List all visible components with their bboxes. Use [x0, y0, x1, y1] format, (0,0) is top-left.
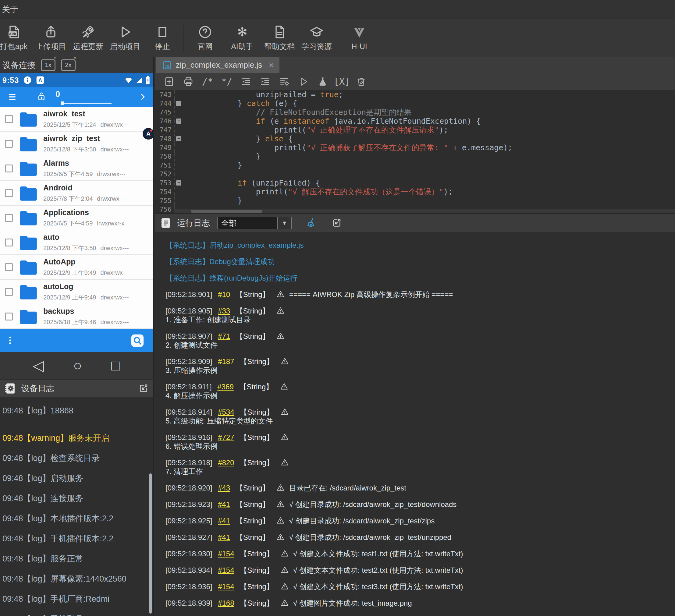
- log-line-ref[interactable]: #727: [218, 433, 234, 442]
- toolbar-label: 打包apk: [0, 42, 27, 52]
- fold-marker[interactable]: −: [176, 136, 181, 141]
- fold-column: [174, 108, 182, 117]
- log-filter-select[interactable]: 全部 ▼: [217, 217, 292, 229]
- home-button[interactable]: ○: [73, 358, 82, 373]
- file-row[interactable]: Alarms 2025/6/5 下午4:59drwxrwx---: [0, 156, 153, 181]
- slider-track[interactable]: [63, 103, 111, 104]
- test-flask-icon[interactable]: [317, 76, 328, 87]
- log-line-ref[interactable]: #41: [218, 500, 230, 509]
- search-icon[interactable]: [131, 334, 144, 347]
- folder-icon: [19, 161, 38, 176]
- editor-h-scrollbar[interactable]: [174, 209, 675, 213]
- line-number: 744: [155, 99, 174, 108]
- file-row[interactable]: backups 2025/6/18 上午9:46drwxrwx---: [0, 304, 153, 329]
- hamburger-menu-icon[interactable]: [7, 92, 18, 102]
- indent-icon[interactable]: [259, 76, 271, 87]
- toolbar-button-rocket[interactable]: 远程更新: [70, 25, 107, 52]
- log-line-ref[interactable]: #154: [218, 550, 234, 558]
- log-line-ref[interactable]: #33: [218, 307, 230, 315]
- clear-log-icon[interactable]: [306, 217, 317, 229]
- file-row[interactable]: Android 2025/7/8 下午2:04drwxrwx---: [0, 181, 153, 206]
- toolbar-button-hui-logo[interactable]: H-UI: [341, 25, 378, 51]
- device-log-list: 09:48【log】18868 09:48【warning】服务未开启 09:4…: [0, 397, 153, 616]
- file-checkbox[interactable]: [5, 140, 13, 148]
- file-row[interactable]: AutoApp 2025/12/9 上午9:49drwxrwx---: [0, 255, 153, 280]
- log-line-ref[interactable]: #41: [218, 533, 230, 541]
- more-options-icon[interactable]: [8, 336, 12, 346]
- chevron-right-icon[interactable]: [138, 92, 147, 102]
- toolbar-button-help-doc[interactable]: 帮助文档: [261, 25, 298, 52]
- file-row[interactable]: Applications 2025/6/5 下午4:59lrwxrwxr-x: [0, 206, 153, 230]
- file-row[interactable]: aiwrok_zip_test 2025/12/8 下午3:50drwxrwx-…: [0, 132, 153, 156]
- log-line-ref[interactable]: #71: [218, 332, 230, 340]
- comment-end-icon[interactable]: */: [221, 76, 232, 87]
- file-checkbox[interactable]: [5, 288, 13, 296]
- toolbar-button-graduation-cap[interactable]: 学习资源: [298, 25, 335, 52]
- file-row[interactable]: auto 2025/12/8 下午3:50drwxrwx---: [0, 230, 153, 255]
- outdent-icon[interactable]: [240, 76, 251, 87]
- variables-icon[interactable]: [X]: [336, 76, 348, 87]
- fold-marker[interactable]: −: [176, 180, 181, 185]
- log-line-ref[interactable]: #187: [218, 357, 234, 366]
- tab-close-icon[interactable]: ×: [269, 60, 274, 70]
- tab-zip-complex-example[interactable]: JS zip_complex_example.js ×: [156, 57, 280, 73]
- log-line-ref[interactable]: #168: [218, 599, 234, 607]
- toolbar-button-question-circle[interactable]: 官网: [186, 25, 224, 52]
- file-checkbox[interactable]: [5, 164, 13, 172]
- scale-1x-button[interactable]: 1x: [41, 59, 56, 71]
- line-number: 745: [155, 108, 174, 117]
- slider-handle[interactable]: [61, 101, 64, 105]
- code-editor[interactable]: 743 unzipFailed = true; 744 − } catch (e…: [155, 90, 675, 213]
- file-checkbox[interactable]: [5, 263, 13, 271]
- toolbar-button-apk-file[interactable]: APK 打包apk: [0, 25, 32, 52]
- new-file-icon[interactable]: [164, 76, 175, 87]
- format-code-icon[interactable]: [279, 76, 290, 87]
- selection-count: 0: [56, 90, 60, 99]
- file-checkbox[interactable]: [5, 313, 13, 320]
- comment-start-icon[interactable]: /*: [202, 76, 213, 87]
- floating-assistant-ball[interactable]: A: [143, 128, 154, 140]
- run-script-icon[interactable]: [298, 76, 309, 87]
- log-timestamp: [09:52:18.925]: [165, 517, 212, 525]
- file-checkbox[interactable]: [5, 214, 13, 222]
- export-run-log-icon[interactable]: [331, 218, 342, 228]
- chevron-down-icon[interactable]: ▼: [277, 217, 291, 229]
- export-log-icon[interactable]: [138, 383, 149, 394]
- editor-h-scrollbar-thumb[interactable]: [191, 210, 262, 213]
- log-line-ref[interactable]: #41: [218, 517, 230, 525]
- log-line-ref[interactable]: #154: [218, 566, 234, 574]
- toolbar-button-openai[interactable]: ✻ AI助手: [224, 25, 261, 52]
- menu-item-about[interactable]: 关于: [2, 4, 18, 15]
- scale-2x-button[interactable]: 2x: [61, 59, 76, 71]
- log-timestamp: [09:52:18.918]: [165, 459, 212, 467]
- log-line-ref[interactable]: #369: [217, 383, 233, 391]
- file-checkbox[interactable]: [5, 115, 13, 123]
- file-checkbox[interactable]: [5, 189, 13, 197]
- log-timestamp: [09:52:18.911]: [165, 383, 212, 391]
- lock-open-icon[interactable]: [36, 91, 46, 102]
- log-type-tag: 【String】: [236, 533, 270, 541]
- log-message-line2: 2. 创建测试文件: [165, 340, 675, 350]
- log-line-ref[interactable]: #154: [218, 583, 234, 591]
- log-line-ref[interactable]: #820: [218, 459, 234, 467]
- warning-triangle-icon: [277, 483, 285, 492]
- file-row[interactable]: aiwrok_test 2025/12/5 下午1:24drwxrwx---: [0, 107, 153, 132]
- toolbar-button-stop[interactable]: 停止: [144, 25, 181, 52]
- log-line-ref[interactable]: #43: [218, 484, 230, 492]
- toolbar-button-upload[interactable]: 上传项目: [32, 25, 70, 52]
- file-checkbox[interactable]: [5, 239, 13, 246]
- folder-name: AutoApp: [43, 257, 129, 266]
- fold-marker[interactable]: −: [176, 101, 181, 106]
- file-row[interactable]: autoLog 2025/12/9 上午9:49drwxrwx---: [0, 280, 153, 304]
- print-icon[interactable]: [183, 76, 194, 87]
- device-log-scrollbar[interactable]: [149, 473, 152, 614]
- log-line-ref[interactable]: #534: [218, 408, 234, 416]
- recents-button[interactable]: □: [111, 358, 120, 373]
- toolbar-button-play[interactable]: 启动项目: [107, 25, 144, 52]
- log-line-ref[interactable]: #10: [218, 290, 230, 299]
- fold-marker[interactable]: −: [176, 119, 181, 124]
- back-button[interactable]: ◁: [32, 358, 44, 373]
- clear-trash-icon[interactable]: [356, 76, 367, 87]
- device-log-entry: 09:48【log】检查系统目录: [2, 453, 150, 464]
- code-text: if (unzipFailed) {: [182, 178, 320, 187]
